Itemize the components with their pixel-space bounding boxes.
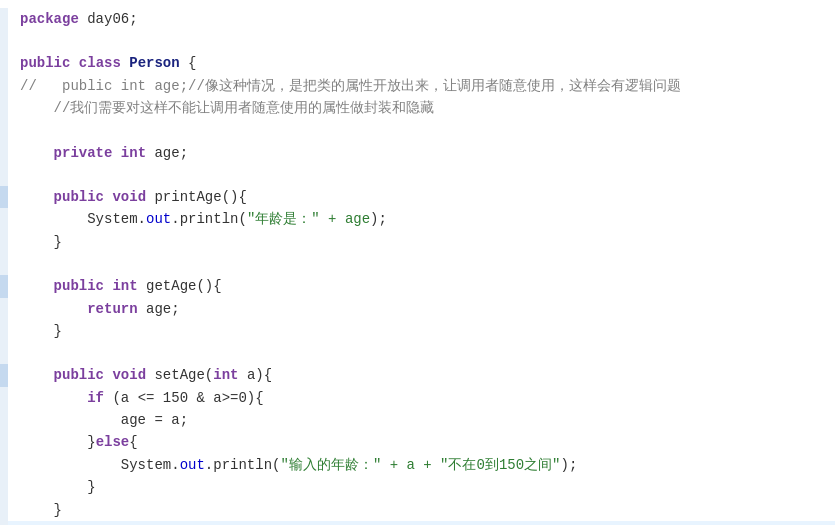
code-line: //我们需要对这样不能让调用者随意使用的属性做封装和隐藏 [0,97,835,119]
code-line: } [0,231,835,253]
code-line: age = a; [0,409,835,431]
code-line: public void printAge(){ [0,186,835,208]
code-line: } [0,320,835,342]
code-line [0,120,835,142]
code-line: return age; [0,298,835,320]
code-line: public void setAge(int a){ [0,364,835,386]
code-editor: package day06;public class Person {// pu… [0,0,835,525]
code-line: private int age; [0,142,835,164]
code-line: }else{ [0,431,835,453]
cursor-line: | [0,521,835,525]
code-line [0,164,835,186]
code-line: if (a <= 150 & a>=0){ [0,387,835,409]
code-line: public class Person { [0,52,835,74]
code-line: } [0,476,835,498]
code-line: package day06; [0,8,835,30]
code-line: // public int age;//像这种情况，是把类的属性开放出来，让调用… [0,75,835,97]
code-line: System.out.println("年龄是：" + age); [0,208,835,230]
code-line: System.out.println("输入的年龄：" + a + "不在0到1… [0,454,835,476]
code-line: public int getAge(){ [0,275,835,297]
code-line [0,342,835,364]
code-line [0,253,835,275]
code-line: } [0,499,835,521]
code-line [0,30,835,52]
